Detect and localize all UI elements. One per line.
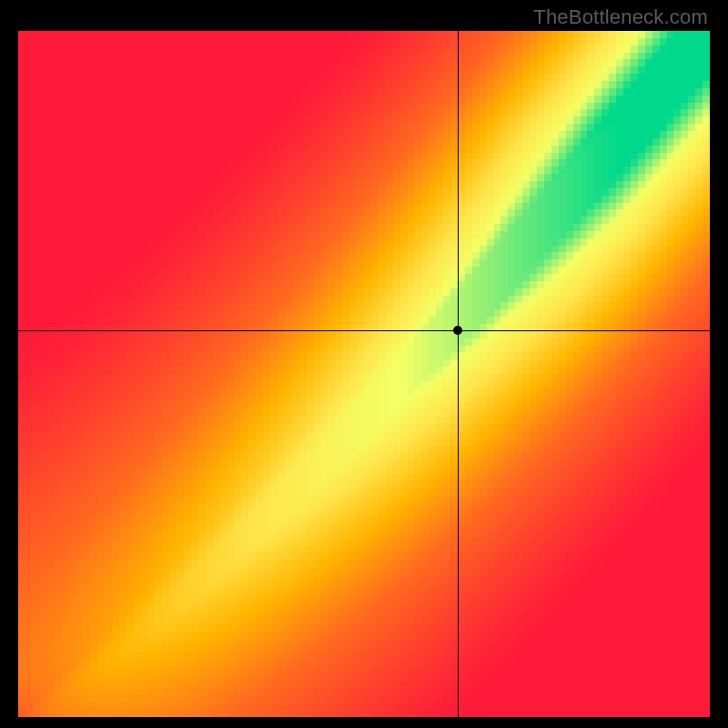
chart-frame: TheBottleneck.com: [0, 0, 728, 728]
crosshair-horizontal: [18, 330, 710, 331]
crosshair-vertical: [458, 31, 459, 717]
watermark-text: TheBottleneck.com: [533, 5, 708, 29]
heatmap-canvas: [18, 31, 710, 717]
heatmap-plot: [18, 31, 710, 717]
